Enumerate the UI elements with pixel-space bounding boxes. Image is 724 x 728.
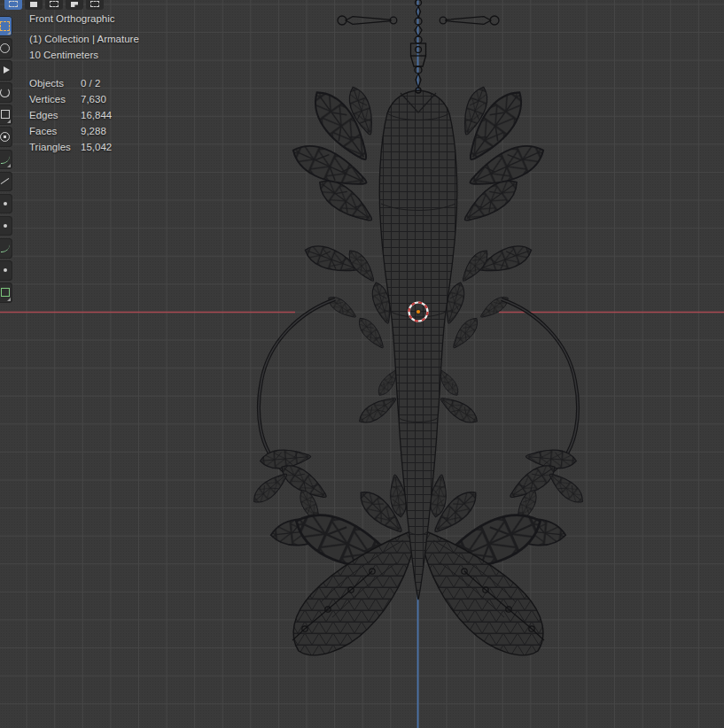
select-set-button[interactable] [4, 0, 22, 10]
move-tool-button[interactable] [0, 60, 12, 81]
rotate-tool-icon [0, 88, 10, 97]
rotate-tool-button[interactable] [0, 82, 12, 103]
blender-3d-viewport-window: Front Orthographic (1) Collection | Arma… [0, 0, 724, 728]
select-invert-button[interactable] [66, 0, 83, 10]
select-invert-icon [71, 2, 78, 7]
extra-tool-1-button[interactable] [0, 194, 12, 214]
annotate-tool-icon [1, 155, 10, 164]
extra-tool-2-button[interactable] [0, 216, 12, 236]
stat-faces: Faces 9,288 [29, 123, 112, 139]
curve-tool-icon [1, 244, 10, 252]
cursor-tool-icon [0, 43, 10, 53]
select-intersect-icon [90, 1, 99, 7]
annotate-tool-button[interactable] [0, 150, 12, 170]
misc-tool-button[interactable] [0, 260, 12, 281]
select-extend-button[interactable] [25, 0, 43, 10]
viewport-3d[interactable]: Front Orthographic (1) Collection | Arma… [0, 0, 724, 728]
transform-tool-button[interactable] [0, 127, 12, 147]
select-box-icon [0, 21, 10, 31]
select-extend-icon [30, 2, 37, 7]
cursor-tool-button[interactable] [0, 38, 12, 58]
stat-vertices: Vertices 7,630 [29, 91, 112, 107]
select-intersect-button[interactable] [86, 0, 104, 10]
extra-tool-2-icon [4, 224, 7, 228]
select-subtract-icon [50, 1, 58, 7]
scale-tool-icon [1, 110, 10, 119]
view-name-label: Front Orthographic [29, 13, 115, 24]
scale-tool-button[interactable] [0, 105, 12, 125]
curve-tool-button[interactable] [0, 238, 12, 259]
stat-triangles: Triangles 15,042 [29, 139, 112, 155]
select-set-icon [9, 1, 18, 7]
grid-scale-label: 10 Centimeters [29, 50, 98, 60]
move-tool-icon [4, 66, 10, 74]
select-mode-button-row [4, 0, 104, 10]
select-box-tool-button[interactable] [0, 16, 12, 36]
select-subtract-button[interactable] [45, 0, 63, 10]
add-cube-tool-icon [1, 288, 10, 297]
misc-tool-icon [4, 268, 7, 272]
extra-tool-1-icon [4, 202, 7, 205]
measure-tool-icon [1, 178, 10, 184]
stat-edges: Edges 16,844 [29, 107, 112, 123]
active-collection-label: (1) Collection | Armature [29, 34, 139, 44]
transform-tool-icon [0, 132, 10, 142]
scene-statistics: Objects 0 / 2 Vertices 7,630 Edges 16,84… [29, 75, 112, 155]
stat-objects: Objects 0 / 2 [29, 75, 112, 91]
measure-tool-button[interactable] [0, 172, 12, 192]
add-cube-tool-button[interactable] [0, 283, 12, 303]
tool-sidebar [0, 16, 12, 303]
